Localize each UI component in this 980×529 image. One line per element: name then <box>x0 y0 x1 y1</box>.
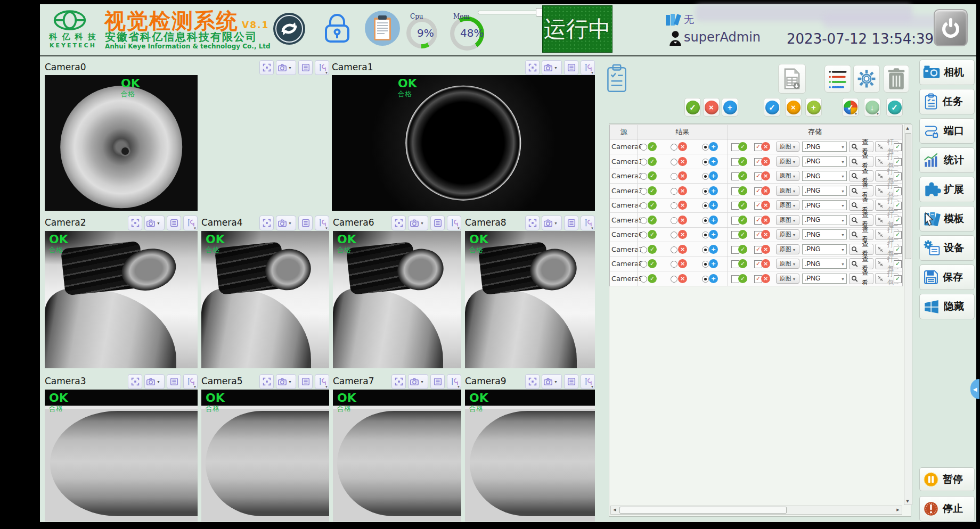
row-enabled-checkbox[interactable]: ✓ <box>894 143 902 151</box>
sidebar-item-template[interactable]: 模板 <box>919 206 975 232</box>
sidebar-item-camera[interactable]: 相机 <box>919 60 975 85</box>
apply-all-button[interactable]: ✓▼ <box>842 98 859 117</box>
row-enabled-checkbox[interactable]: ✓ <box>894 260 902 268</box>
result-ng-radio[interactable] <box>671 144 677 151</box>
file-ext-dropdown[interactable]: .PNG▼ <box>802 259 847 269</box>
sidebar-item-stats[interactable]: 统计 <box>919 147 975 173</box>
expand-icon[interactable] <box>128 216 142 230</box>
snapshot-icon[interactable]: ▼ <box>408 216 428 230</box>
view-button[interactable]: 查看 <box>849 200 873 211</box>
result-ok-radio[interactable] <box>640 159 647 166</box>
snapshot-icon[interactable]: ▼ <box>542 60 562 75</box>
sidebar-item-hide[interactable]: 隐藏 <box>919 294 975 319</box>
result-all-radio[interactable] <box>702 202 709 209</box>
camera-image[interactable]: OK 合格 <box>333 231 461 368</box>
result-ng-radio[interactable] <box>671 188 677 195</box>
result-ng-radio[interactable] <box>671 202 677 209</box>
pause-button[interactable]: 暂停 <box>919 467 975 491</box>
expand-icon[interactable] <box>525 60 540 75</box>
image-type-dropdown[interactable]: 原图▼ <box>776 229 799 239</box>
log-list-icon[interactable] <box>824 65 851 93</box>
snapshot-icon[interactable]: ▼ <box>144 374 165 389</box>
snapshot-icon[interactable]: ▼ <box>276 216 296 230</box>
tools-icon[interactable]: ▼ <box>447 216 461 230</box>
result-all-filter-button[interactable]: + <box>722 98 738 117</box>
camera-image[interactable]: OK 合格 <box>45 75 198 211</box>
view-button[interactable]: 查看 <box>849 258 873 269</box>
result-all-radio[interactable] <box>702 173 709 180</box>
expand-icon[interactable] <box>128 374 142 389</box>
file-ext-dropdown[interactable]: .PNG▼ <box>802 244 847 254</box>
camera-image[interactable]: OK 合格 <box>333 390 461 522</box>
file-ext-dropdown[interactable]: .PNG▼ <box>802 171 847 181</box>
view-button[interactable]: 查看 <box>849 214 873 226</box>
result-ok-radio[interactable] <box>640 232 647 238</box>
snapshot-icon[interactable]: ▼ <box>542 216 562 230</box>
sidebar-item-port[interactable]: 端口 <box>919 118 975 144</box>
list-icon[interactable] <box>430 216 445 230</box>
result-all-radio[interactable] <box>702 261 709 268</box>
result-ng-filter-button[interactable]: × <box>703 98 720 117</box>
view-button[interactable]: 查看 <box>849 229 873 240</box>
result-all-radio[interactable] <box>702 232 709 238</box>
image-type-dropdown[interactable]: 原图▼ <box>776 244 799 254</box>
row-enabled-checkbox[interactable]: ✓ <box>894 172 902 180</box>
tools-icon[interactable]: ▼ <box>581 60 595 75</box>
tools-icon[interactable]: ▼ <box>315 374 329 389</box>
list-icon[interactable] <box>167 216 181 230</box>
result-all-radio[interactable] <box>702 144 709 151</box>
horizontal-scrollbar[interactable]: ◀ ▶ <box>610 506 902 515</box>
list-icon[interactable] <box>430 374 445 389</box>
expand-icon[interactable] <box>525 374 540 389</box>
tools-icon[interactable]: ▼ <box>447 374 461 389</box>
result-ok-radio[interactable] <box>640 202 647 209</box>
image-type-dropdown[interactable]: 原图▼ <box>776 274 799 284</box>
camera-image[interactable]: OK 合格 <box>465 390 595 522</box>
tools-icon[interactable]: ▼ <box>581 216 595 230</box>
snapshot-icon[interactable]: ▼ <box>408 374 428 389</box>
view-button[interactable]: 查看 <box>849 170 873 181</box>
image-type-dropdown[interactable]: 原图▼ <box>776 200 799 210</box>
tools-icon[interactable]: ▼ <box>315 216 329 230</box>
snapshot-icon[interactable]: ▼ <box>276 60 296 75</box>
result-ok-radio[interactable] <box>640 261 647 268</box>
list-icon[interactable] <box>298 60 313 75</box>
view-button[interactable]: 查看 <box>849 273 873 284</box>
camera-image[interactable]: OK 合格 <box>201 231 329 368</box>
settings-gear-icon[interactable] <box>853 65 880 93</box>
result-ng-radio[interactable] <box>671 246 677 253</box>
row-enabled-checkbox[interactable]: ✓ <box>894 246 902 254</box>
clipboard-icon[interactable] <box>364 10 401 46</box>
result-ng-radio[interactable] <box>671 232 677 238</box>
row-enabled-checkbox[interactable]: ✓ <box>894 202 902 210</box>
result-ok-filter-button[interactable]: ✓ <box>684 98 701 117</box>
view-button[interactable]: 查看 <box>849 244 873 255</box>
result-ng-radio[interactable] <box>671 159 677 166</box>
file-ext-dropdown[interactable]: .PNG▼ <box>802 229 847 239</box>
sidebar-item-save[interactable]: 保存 <box>919 264 975 290</box>
snapshot-icon[interactable]: ▼ <box>542 374 562 389</box>
snapshot-icon[interactable]: ▼ <box>276 374 296 389</box>
result-all-radio[interactable] <box>702 246 709 253</box>
header-slider-track[interactable] <box>478 11 543 14</box>
result-ng-radio[interactable] <box>671 261 677 268</box>
result-ng-radio[interactable] <box>671 217 677 224</box>
result-ok-radio[interactable] <box>640 173 647 180</box>
tools-icon[interactable]: ▼ <box>183 374 198 389</box>
sidebar-item-extension[interactable]: 扩展 <box>919 177 975 202</box>
row-enabled-checkbox[interactable]: ✓ <box>894 187 902 195</box>
file-ext-dropdown[interactable]: .PNG▼ <box>802 156 847 167</box>
horizontal-scrollbar-thumb[interactable] <box>619 507 787 514</box>
tools-icon[interactable]: ▼ <box>183 216 198 230</box>
list-icon[interactable] <box>564 60 578 75</box>
camera-image[interactable]: OK 合格 <box>45 390 198 522</box>
expand-icon[interactable] <box>259 374 274 389</box>
result-ok-radio[interactable] <box>640 276 647 283</box>
result-ok-radio[interactable] <box>640 246 647 253</box>
result-ok-radio[interactable] <box>640 188 647 195</box>
result-ok-radio[interactable] <box>640 144 647 151</box>
download-all-button[interactable]: ↓▼ <box>864 98 880 117</box>
power-icon[interactable] <box>934 9 968 46</box>
result-all-radio[interactable] <box>702 188 709 195</box>
expand-icon[interactable] <box>259 60 274 75</box>
